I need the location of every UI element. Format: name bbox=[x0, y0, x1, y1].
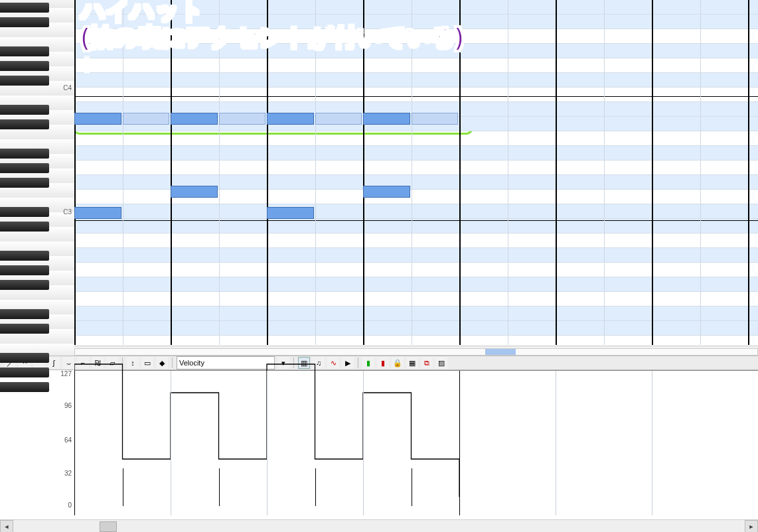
dropdown-arrow-icon[interactable]: ▾ bbox=[277, 357, 289, 369]
tool-snap-icon[interactable]: ◆ bbox=[156, 357, 168, 369]
midi-note[interactable] bbox=[363, 113, 410, 125]
tool-select-icon[interactable]: ▭ bbox=[141, 357, 153, 369]
midi-note[interactable] bbox=[412, 113, 459, 125]
overview-scrollbar[interactable] bbox=[74, 346, 758, 356]
midi-note[interactable] bbox=[219, 113, 266, 125]
vel-label-96: 96 bbox=[64, 402, 72, 409]
vel-label-64: 64 bbox=[64, 436, 72, 444]
vel-label-127: 127 bbox=[60, 370, 72, 377]
midi-note[interactable] bbox=[171, 113, 218, 125]
midi-note[interactable] bbox=[267, 207, 314, 219]
midi-note[interactable] bbox=[267, 113, 314, 125]
tool-step-icon[interactable]: ⌐ bbox=[77, 357, 89, 369]
note-grid[interactable] bbox=[74, 0, 758, 345]
velocity-bar[interactable] bbox=[412, 468, 412, 506]
midi-note[interactable] bbox=[363, 186, 410, 198]
view-bars-icon[interactable]: ▥ bbox=[298, 357, 310, 369]
velocity-bar[interactable] bbox=[219, 468, 220, 506]
marker-green-icon[interactable]: ▮ bbox=[362, 357, 374, 369]
toolbar-separator bbox=[358, 358, 358, 368]
tool-random-icon[interactable]: ₪ bbox=[92, 357, 104, 369]
tool-transpose-icon[interactable]: ↕ bbox=[127, 357, 139, 369]
vel-label-0: 0 bbox=[68, 501, 72, 509]
scroll-left-icon[interactable]: ◄ bbox=[0, 520, 13, 532]
toolbar-separator bbox=[293, 358, 294, 368]
tool-curve-s-icon[interactable]: ∫ bbox=[48, 357, 60, 369]
midi-note[interactable] bbox=[74, 207, 121, 219]
overlay-icon[interactable]: ▨ bbox=[435, 357, 447, 369]
parameter-select[interactable] bbox=[177, 356, 275, 369]
overview-track bbox=[74, 348, 758, 356]
overview-marker bbox=[485, 349, 516, 355]
key-label-c4: C4 bbox=[63, 84, 72, 92]
velocity-bar[interactable] bbox=[123, 468, 123, 506]
play-icon[interactable]: ▶ bbox=[342, 357, 354, 369]
scroll-thumb[interactable] bbox=[100, 521, 117, 532]
level-icon[interactable]: ⧉ bbox=[421, 357, 433, 369]
toolbar-separator bbox=[172, 358, 173, 368]
view-wave-icon[interactable]: ∿ bbox=[327, 357, 339, 369]
tool-curve-out-icon[interactable]: ⌣ bbox=[62, 357, 74, 369]
horizontal-scrollbar[interactable]: ◄ ► bbox=[0, 519, 758, 532]
view-piano-icon[interactable]: ♫ bbox=[313, 357, 325, 369]
piano-keyboard[interactable]: C4 C3 bbox=[0, 0, 75, 345]
key-label-c3: C3 bbox=[63, 208, 72, 216]
marker-red-icon[interactable]: ▮ bbox=[377, 357, 389, 369]
midi-note[interactable] bbox=[123, 113, 170, 125]
velocity-bar[interactable] bbox=[315, 468, 316, 506]
midi-note[interactable] bbox=[315, 113, 362, 125]
velocity-grid[interactable] bbox=[74, 370, 758, 515]
tool-eraser-icon[interactable]: ▱ bbox=[106, 357, 118, 369]
midi-note[interactable] bbox=[74, 113, 121, 125]
lock-icon[interactable]: 🔒 bbox=[392, 357, 404, 369]
grid-icon[interactable]: ▦ bbox=[406, 357, 418, 369]
scroll-right-icon[interactable]: ► bbox=[745, 520, 758, 532]
velocity-pane: 127 96 64 32 0 bbox=[0, 370, 758, 515]
controller-toolbar: ／ 〰 ⌒ ∫ ⌣ ⌐ ₪ ▱ ↕ ▭ ◆ ▾ ▥ ♫ ∿ ▶ ▮ ▮ 🔒 ▦ … bbox=[0, 356, 758, 370]
toolbar-separator bbox=[122, 358, 123, 368]
midi-note[interactable] bbox=[171, 186, 218, 198]
vel-label-32: 32 bbox=[64, 470, 72, 477]
piano-roll-editor: C4 C3 bbox=[0, 0, 758, 345]
